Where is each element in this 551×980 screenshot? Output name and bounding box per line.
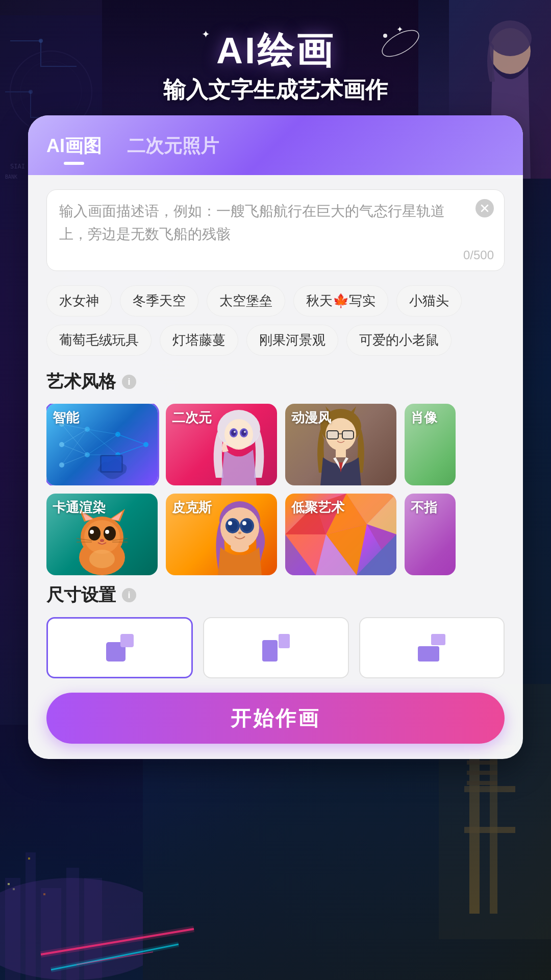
tag-chip[interactable]: 灯塔藤蔓 (160, 325, 238, 356)
style-card-xiaoxiang[interactable]: 肖像 (405, 404, 456, 485)
svg-point-82 (100, 539, 104, 542)
tab-ai-drawing[interactable]: AI画图 (46, 134, 102, 163)
style-label-dijupoly: 低聚艺术 (291, 499, 344, 517)
size-portrait-icon-wrapper (262, 633, 290, 662)
prompt-placeholder-text: 输入画面描述语，例如：一艘飞船航行在巨大的气态行星轨道上，旁边是无数飞船的残骸 (59, 200, 492, 246)
style-card-pikes[interactable]: 皮克斯 (166, 494, 277, 575)
svg-point-66 (241, 430, 246, 436)
style-label-erciyuan: 二次元 (172, 409, 212, 427)
svg-line-55 (87, 434, 118, 455)
style-card-erciyuan[interactable]: 二次元 (166, 404, 277, 485)
tag-chip[interactable]: 小猫头 (396, 285, 462, 316)
tag-chip[interactable]: 葡萄毛绒玩具 (46, 325, 152, 356)
svg-point-62 (224, 419, 253, 450)
size-square-sub-rect (120, 634, 134, 647)
tag-chip[interactable]: 秋天🍁写实 (293, 285, 388, 316)
size-square-icon (106, 634, 134, 662)
style-label-xiaoxiang: 肖像 (411, 409, 437, 427)
svg-rect-72 (342, 431, 354, 439)
tag-chip[interactable]: 水女神 (46, 285, 112, 316)
svg-point-81 (105, 530, 109, 534)
start-drawing-button[interactable]: 开始作画 (46, 693, 505, 744)
size-settings-header: 尺寸设置 i (46, 583, 505, 607)
svg-rect-71 (327, 431, 338, 439)
size-settings-title: 尺寸设置 (46, 583, 116, 607)
size-grid (46, 617, 505, 678)
size-landscape-sub-rect (431, 634, 445, 645)
svg-point-80 (90, 530, 94, 534)
svg-line-50 (62, 445, 87, 455)
svg-point-67 (234, 431, 236, 433)
style-row-2: 卡通渲染 (46, 494, 505, 575)
size-card-landscape[interactable] (359, 617, 505, 678)
clear-button[interactable] (475, 199, 494, 217)
svg-point-95 (242, 521, 246, 525)
size-info-icon[interactable]: i (122, 588, 136, 602)
size-square-icon-wrapper (106, 633, 134, 662)
svg-line-53 (87, 429, 118, 434)
prompt-input-area[interactable]: 输入画面描述语，例如：一艘飞船航行在巨大的气态行星轨道上，旁边是无数飞船的残骸 … (46, 189, 505, 271)
style-label-pikes: 皮克斯 (172, 499, 212, 517)
style-card-zhineng[interactable]: 智能 (46, 404, 158, 485)
svg-line-49 (62, 429, 87, 445)
svg-point-97 (231, 542, 249, 552)
orbit-decoration (378, 20, 423, 66)
tab-anime-photo[interactable]: 二次元照片 (127, 134, 219, 163)
svg-line-58 (118, 445, 146, 455)
size-portrait-icon (262, 634, 290, 662)
svg-point-65 (231, 430, 236, 436)
size-portrait-sub-rect (279, 634, 290, 648)
size-portrait-main-rect (262, 640, 278, 662)
size-landscape-icon-wrapper (417, 633, 446, 662)
svg-point-68 (244, 431, 246, 433)
tags-row-2: 葡萄毛绒玩具 灯塔藤蔓 刚果河景观 可爱的小老鼠 (46, 325, 505, 356)
sparkle-2: ✦ (265, 35, 271, 43)
svg-point-79 (104, 526, 116, 541)
svg-line-57 (118, 434, 146, 445)
tags-container: 水女神 冬季天空 太空堡垒 秋天🍁写实 小猫头 葡萄毛绒玩具 灯塔藤蔓 刚果河景… (46, 285, 505, 356)
svg-point-87 (89, 550, 115, 568)
art-style-title: 艺术风格 (46, 370, 116, 394)
style-card-buzhi[interactable]: 不指 (405, 494, 456, 575)
style-card-dijupoly[interactable]: 低聚艺术 (285, 494, 396, 575)
card-header: AI画图 二次元照片 (28, 115, 523, 175)
style-label-buzhi: 不指 (411, 499, 437, 517)
style-label-katong: 卡通渲染 (53, 499, 106, 517)
svg-point-94 (228, 521, 232, 525)
tag-chip[interactable]: 冬季天空 (120, 285, 198, 316)
size-card-portrait[interactable] (203, 617, 348, 678)
main-card: AI画图 二次元照片 输入画面描述语，例如：一艘飞船航行在巨大的气态行星轨道上，… (28, 115, 523, 759)
sparkle-1: ✦ (202, 28, 210, 40)
svg-rect-60 (102, 456, 121, 471)
tags-row-1: 水女神 冬季天空 太空堡垒 秋天🍁写实 小猫头 (46, 285, 505, 316)
svg-point-96 (238, 532, 241, 534)
style-label-zhineng: 智能 (53, 409, 79, 427)
tag-chip[interactable]: 可爱的小老鼠 (346, 325, 452, 356)
art-style-section: 艺术风格 i (46, 370, 505, 575)
style-label-dongman: 动漫风 (291, 409, 331, 427)
size-card-square[interactable] (46, 617, 193, 678)
size-settings-section: 尺寸设置 i (46, 583, 505, 678)
header: ✦ ✦ ✦ AI绘画 输入文字生成艺术画作 (0, 0, 551, 115)
style-card-katong[interactable]: 卡通渲染 (46, 494, 158, 575)
char-counter: 0/500 (463, 248, 494, 262)
tabs-container: AI画图 二次元照片 (46, 134, 505, 175)
svg-point-36 (383, 34, 387, 38)
style-row-1: 智能 (46, 404, 505, 485)
svg-line-54 (87, 429, 118, 455)
tag-chip[interactable]: 刚果河景观 (246, 325, 338, 356)
svg-rect-74 (336, 450, 346, 457)
svg-point-78 (88, 526, 101, 541)
style-card-dongman[interactable]: 动漫风 (285, 404, 396, 485)
page-subtitle: 输入文字生成艺术画作 (0, 75, 551, 105)
page-title: AI绘画 (0, 31, 551, 71)
size-landscape-main-rect (418, 646, 439, 662)
svg-point-35 (378, 25, 422, 61)
art-style-info-icon[interactable]: i (122, 375, 136, 389)
art-style-header: 艺术风格 i (46, 370, 505, 394)
size-landscape-icon (418, 634, 445, 662)
tag-chip[interactable]: 太空堡垒 (207, 285, 285, 316)
